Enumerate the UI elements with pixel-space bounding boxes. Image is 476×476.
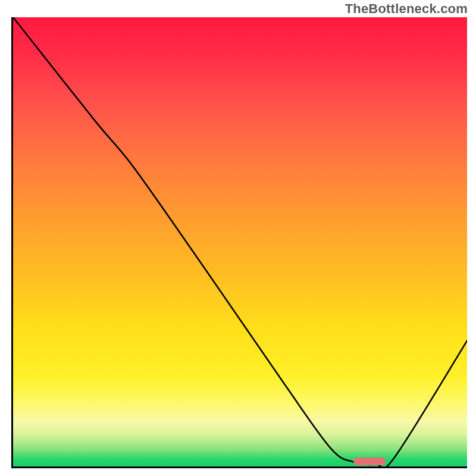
- bottleneck-curve: [13, 17, 467, 466]
- chart-plot-area: [11, 17, 467, 468]
- attribution-text: TheBottleneck.com: [345, 1, 468, 17]
- optimum-marker: [353, 458, 385, 465]
- curve-path: [13, 17, 467, 468]
